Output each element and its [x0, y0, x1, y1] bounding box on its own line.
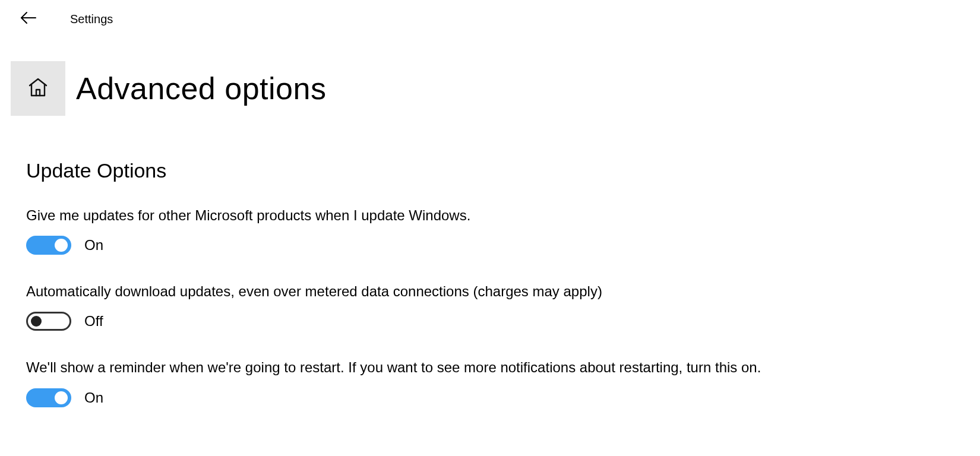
option-description: We'll show a reminder when we're going t… — [26, 358, 927, 377]
app-title: Settings — [70, 12, 113, 26]
toggle-metered-download[interactable] — [26, 312, 71, 331]
home-button[interactable] — [11, 61, 65, 116]
back-button[interactable] — [17, 7, 40, 31]
arrow-left-icon — [20, 11, 37, 27]
option-description: Give me updates for other Microsoft prod… — [26, 206, 927, 225]
toggle-state-label: On — [84, 237, 103, 254]
toggle-thumb — [31, 316, 42, 327]
toggle-microsoft-updates[interactable] — [26, 236, 71, 255]
toggle-thumb — [55, 391, 68, 404]
toggle-state-label: On — [84, 390, 103, 406]
section-heading: Update Options — [26, 159, 927, 182]
toggle-thumb — [55, 239, 68, 252]
option-description: Automatically download updates, even ove… — [26, 282, 927, 301]
toggle-restart-notifications[interactable] — [26, 388, 71, 407]
toggle-state-label: Off — [84, 313, 103, 330]
page-title: Advanced options — [76, 73, 326, 104]
home-icon — [27, 77, 49, 100]
